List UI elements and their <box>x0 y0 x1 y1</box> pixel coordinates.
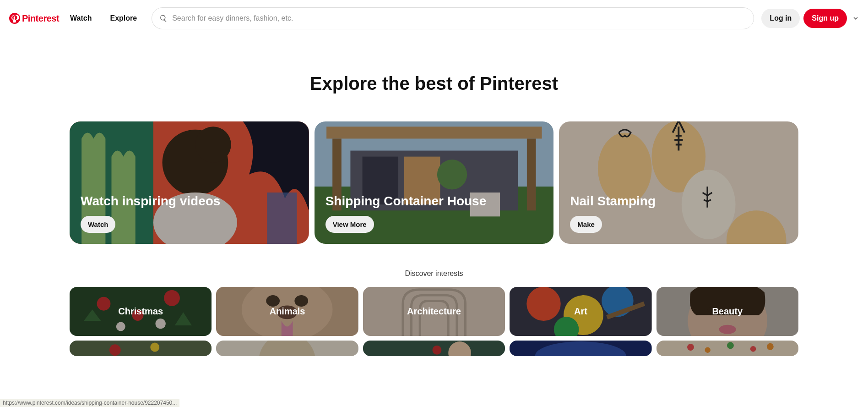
interest-label: Beauty <box>712 306 743 317</box>
feature-button-make[interactable]: Make <box>570 216 602 233</box>
feature-button-watch[interactable]: Watch <box>81 216 115 233</box>
nav-watch[interactable]: Watch <box>63 9 99 28</box>
page-heading: Explore the best of Pinterest <box>0 73 868 94</box>
interest-label: Art <box>574 306 587 317</box>
feature-card-nails[interactable]: Nail Stamping Make <box>559 121 798 244</box>
chevron-down-icon[interactable] <box>852 15 859 22</box>
interest-card[interactable] <box>656 341 798 356</box>
interest-card[interactable] <box>510 341 651 356</box>
feature-card-house[interactable]: Shipping Container House View More <box>315 121 554 244</box>
search-input[interactable] <box>172 14 746 22</box>
feature-button-viewmore[interactable]: View More <box>326 216 374 233</box>
interest-card-architecture[interactable]: Architecture <box>363 287 505 336</box>
feature-card-videos[interactable]: Watch inspiring videos Watch <box>70 121 309 244</box>
logo[interactable]: Pinterest <box>9 13 59 24</box>
login-button[interactable]: Log in <box>761 9 800 28</box>
search-icon <box>159 14 168 22</box>
interest-card-beauty[interactable]: Beauty <box>656 287 798 336</box>
interest-card-christmas[interactable]: Christmas <box>70 287 212 336</box>
interest-label: Architecture <box>407 306 461 317</box>
header: Pinterest Watch Explore Log in Sign up <box>0 0 868 37</box>
pinterest-icon <box>9 13 20 24</box>
interest-card[interactable] <box>216 341 358 356</box>
interest-card[interactable] <box>363 341 505 356</box>
interest-card-art[interactable]: Art <box>510 287 651 336</box>
feature-title: Watch inspiring videos <box>81 194 298 209</box>
interest-label: Christmas <box>118 306 163 317</box>
logo-text: Pinterest <box>22 13 59 24</box>
interest-grid: Christmas Animals Architecture Art Beaut… <box>0 287 868 356</box>
feature-title: Shipping Container House <box>326 194 543 209</box>
discover-label: Discover interests <box>0 270 868 278</box>
interest-card-animals[interactable]: Animals <box>216 287 358 336</box>
search-bar[interactable] <box>152 7 754 29</box>
interest-card[interactable] <box>70 341 212 356</box>
feature-title: Nail Stamping <box>570 194 787 209</box>
signup-button[interactable]: Sign up <box>803 9 847 28</box>
feature-row: Watch inspiring videos Watch Shipping Co… <box>0 121 868 244</box>
interest-label: Animals <box>270 306 305 317</box>
nav-explore[interactable]: Explore <box>103 9 145 28</box>
